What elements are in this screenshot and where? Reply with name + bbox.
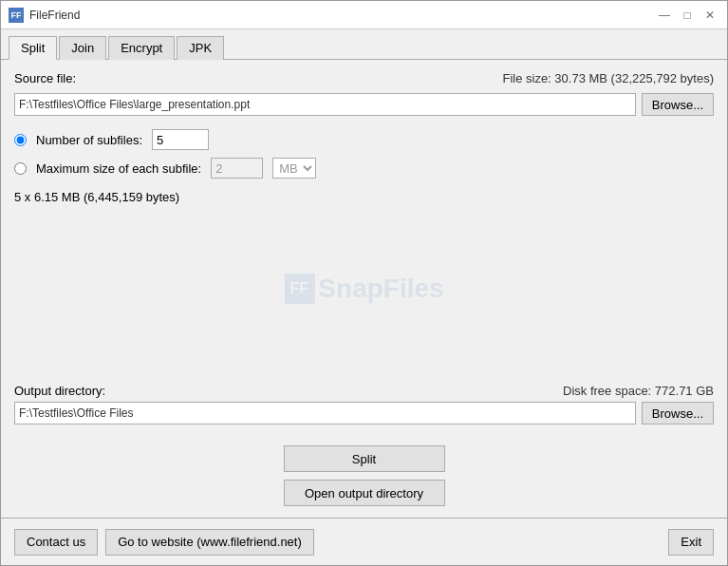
source-browse-button[interactable]: Browse... [642, 93, 714, 116]
window-title: FileFriend [29, 9, 80, 22]
main-window: FF FileFriend — □ ✕ Split Join Encrypt J… [0, 0, 728, 566]
output-section: Output directory: Disk free space: 772.7… [14, 384, 714, 424]
source-file-input[interactable] [14, 93, 636, 116]
output-dir-label: Output directory: [14, 384, 105, 398]
max-size-row: Maximum size of each subfile: MB KB GB [14, 158, 714, 179]
footer-left: Contact us Go to website (www.filefriend… [14, 529, 314, 556]
title-bar: FF FileFriend — □ ✕ [1, 1, 727, 29]
contact-us-button[interactable]: Contact us [14, 529, 98, 556]
minimize-button[interactable]: — [655, 6, 674, 25]
action-buttons: Split Open output directory [14, 445, 714, 506]
website-button[interactable]: Go to website (www.filefriend.net) [105, 529, 314, 556]
options-section: Number of subfiles: Maximum size of each… [14, 129, 714, 204]
tab-join[interactable]: Join [59, 36, 106, 60]
max-size-label: Maximum size of each subfile: [36, 161, 201, 176]
open-output-button[interactable]: Open output directory [284, 480, 445, 506]
num-subfiles-row: Number of subfiles: [14, 129, 714, 150]
split-button[interactable]: Split [284, 445, 445, 472]
exit-button[interactable]: Exit [668, 529, 714, 556]
disk-free-label: Disk free space: 772.71 GB [563, 384, 714, 398]
calc-result: 5 x 6.15 MB (6,445,159 bytes) [14, 190, 714, 204]
maximize-button[interactable]: □ [678, 6, 697, 25]
max-size-radio[interactable] [14, 162, 27, 175]
close-button[interactable]: ✕ [700, 6, 719, 25]
num-subfiles-radio[interactable] [14, 134, 27, 146]
tab-encrypt[interactable]: Encrypt [108, 36, 175, 60]
output-info-row: Output directory: Disk free space: 772.7… [14, 384, 714, 398]
num-subfiles-input[interactable] [152, 129, 209, 150]
output-browse-button[interactable]: Browse... [642, 402, 714, 424]
footer: Contact us Go to website (www.filefriend… [1, 518, 727, 565]
source-file-label: Source file: [14, 71, 76, 85]
window-controls: — □ ✕ [655, 6, 719, 25]
output-dir-row: Browse... [14, 402, 714, 424]
num-subfiles-label: Number of subfiles: [36, 133, 142, 147]
source-file-row: Browse... [14, 93, 714, 116]
max-size-input[interactable] [211, 158, 263, 179]
file-info-row: Source file: File size: 30.73 MB (32,225… [14, 71, 714, 85]
main-content: FF SnapFiles Source file: File size: 30.… [1, 60, 727, 518]
tab-bar: Split Join Encrypt JPK [1, 29, 727, 60]
watermark: FF SnapFiles [284, 274, 443, 304]
title-bar-left: FF FileFriend [9, 8, 80, 23]
watermark-icon: FF [284, 274, 314, 304]
tab-split[interactable]: Split [9, 36, 57, 60]
mb-unit-select[interactable]: MB KB GB [272, 158, 316, 179]
output-dir-input[interactable] [14, 402, 636, 424]
tab-jpk[interactable]: JPK [177, 36, 224, 60]
file-size-display: File size: 30.73 MB (32,225,792 bytes) [502, 71, 714, 85]
app-icon: FF [9, 8, 24, 23]
